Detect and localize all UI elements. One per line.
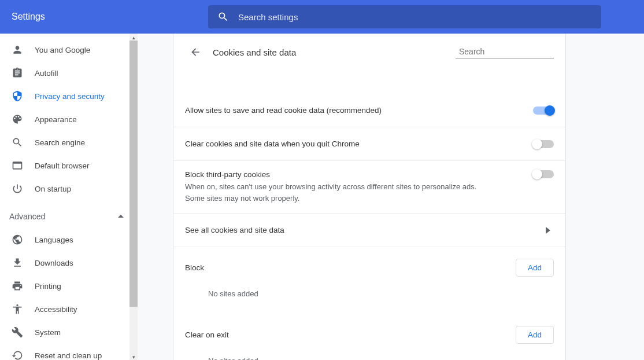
sidebar-item-label: System — [35, 328, 61, 337]
printer-icon — [12, 280, 35, 292]
sidebar-item-label: Search engine — [35, 138, 85, 147]
sidebar-item-autofill[interactable]: Autofill — [0, 61, 138, 85]
toggle-knob — [545, 105, 555, 116]
setting-block-third-party: Block third-party cookies When on, sites… — [173, 161, 565, 214]
sidebar-item-label: Accessibility — [35, 305, 77, 314]
section-clear-on-exit: Clear on exit Add — [173, 314, 565, 350]
toggle-knob — [532, 169, 542, 179]
restore-icon — [12, 350, 35, 360]
sidebar-item-label: Privacy and security — [35, 92, 105, 101]
globe-icon — [12, 234, 35, 245]
scroll-down-icon[interactable]: ▾ — [131, 354, 136, 359]
page-search[interactable] — [456, 46, 554, 58]
app-title: Settings — [12, 12, 208, 22]
accessibility-icon — [12, 303, 35, 315]
palette-icon — [12, 113, 35, 125]
settings-card: Cookies and site data Allow sites to sav… — [173, 34, 566, 360]
toggle-allow-cookies[interactable] — [533, 106, 554, 115]
download-icon — [12, 257, 35, 269]
sidebar-item-system[interactable]: System — [0, 321, 138, 344]
chevron-up-icon — [118, 214, 124, 219]
card-header: Cookies and site data — [173, 34, 565, 71]
sidebar-item-label: Default browser — [35, 161, 90, 170]
setting-label: Allow sites to save and read cookie data… — [185, 106, 533, 115]
content-area: Cookies and site data Allow sites to sav… — [138, 34, 644, 360]
sidebar-item-privacy[interactable]: Privacy and security — [0, 85, 138, 108]
app-header: Settings — [0, 0, 644, 34]
sidebar-item-appearance[interactable]: Appearance — [0, 108, 138, 131]
sidebar-item-default-browser[interactable]: Default browser — [0, 154, 138, 177]
sidebar-item-reset[interactable]: Reset and clean up — [0, 344, 138, 360]
search-icon — [12, 137, 35, 148]
scrollbar-track[interactable]: ▴ ▾ — [129, 34, 138, 360]
add-clear-button[interactable]: Add — [516, 326, 554, 344]
scroll-up-icon[interactable]: ▴ — [131, 35, 136, 39]
clipboard-icon — [12, 67, 35, 79]
setting-description: When on, sites can't use your browsing a… — [185, 181, 497, 204]
search-icon — [217, 11, 229, 23]
advanced-label: Advanced — [9, 212, 45, 221]
sidebar-item-label: Appearance — [35, 115, 77, 124]
sidebar: ▴ ▾ You and Google Autofill Privacy and … — [0, 34, 138, 360]
setting-label: Clear cookies and site data when you qui… — [185, 139, 533, 148]
toggle-clear-on-quit[interactable] — [533, 140, 554, 148]
sidebar-item-on-startup[interactable]: On startup — [0, 177, 138, 200]
sidebar-item-accessibility[interactable]: Accessibility — [0, 297, 138, 321]
advanced-toggle[interactable]: Advanced — [0, 205, 138, 228]
sidebar-item-label: Reset and clean up — [35, 351, 102, 360]
sidebar-item-label: Printing — [35, 282, 61, 291]
setting-label: Block third-party cookies — [185, 170, 533, 179]
sidebar-item-label: Autofill — [35, 69, 58, 78]
person-icon — [12, 44, 35, 56]
sidebar-item-search-engine[interactable]: Search engine — [0, 131, 138, 154]
sidebar-item-printing[interactable]: Printing — [0, 274, 138, 297]
sidebar-item-label: Languages — [35, 236, 73, 244]
browser-icon — [12, 160, 35, 171]
add-block-button[interactable]: Add — [516, 259, 554, 277]
section-block: Block Add — [173, 247, 565, 282]
page-title: Cookies and site data — [213, 47, 456, 57]
page-search-input[interactable] — [459, 47, 560, 56]
sidebar-item-label: You and Google — [35, 46, 90, 54]
sidebar-item-languages[interactable]: Languages — [0, 228, 138, 251]
sidebar-item-you-and-google[interactable]: You and Google — [0, 38, 138, 61]
shield-icon — [12, 90, 35, 102]
empty-message: No sites added — [173, 282, 565, 314]
toggle-knob — [532, 139, 542, 149]
arrow-back-icon — [190, 46, 201, 58]
sidebar-item-label: Downloads — [35, 259, 73, 267]
sidebar-item-label: On startup — [35, 185, 71, 193]
setting-clear-on-quit: Clear cookies and site data when you qui… — [173, 127, 565, 161]
setting-allow-cookies: Allow sites to save and read cookie data… — [173, 94, 565, 127]
sidebar-item-downloads[interactable]: Downloads — [0, 251, 138, 274]
link-label: See all cookies and site data — [185, 226, 542, 234]
chevron-right-icon — [546, 227, 550, 234]
see-all-cookies-link[interactable]: See all cookies and site data — [173, 214, 565, 247]
back-button[interactable] — [185, 42, 206, 63]
section-title: Block — [185, 263, 204, 272]
section-title: Clear on exit — [185, 330, 229, 339]
power-icon — [12, 183, 35, 194]
scrollbar-thumb[interactable] — [129, 41, 138, 307]
main-search[interactable] — [208, 5, 601, 28]
toggle-block-third-party[interactable] — [533, 170, 554, 178]
wrench-icon — [12, 326, 35, 338]
empty-message: No sites added — [173, 350, 565, 360]
main-search-input[interactable] — [238, 12, 592, 22]
